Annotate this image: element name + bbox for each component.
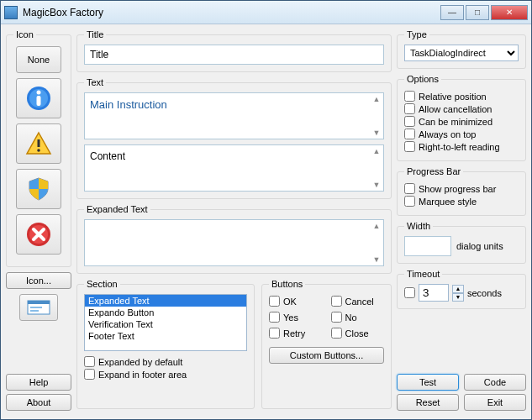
expanded-text-input[interactable]	[85, 220, 370, 265]
icon-none-button[interactable]: None	[16, 46, 61, 73]
width-input[interactable]	[404, 236, 451, 256]
spin-down-icon[interactable]: ▼	[452, 293, 464, 302]
cancel-checkbox[interactable]: Cancel	[331, 296, 385, 307]
icon-browse-button[interactable]: Icon...	[6, 272, 71, 289]
svg-point-2	[37, 91, 41, 95]
section-listbox[interactable]: Expanded Text Expando Button Verificatio…	[84, 294, 247, 351]
titlebar[interactable]: MagicBox Factory — □ ✕	[1, 1, 531, 24]
list-item[interactable]: Expando Button	[85, 307, 246, 318]
timeout-input[interactable]	[419, 284, 449, 302]
info-icon[interactable]	[16, 78, 61, 118]
text-legend: Text	[84, 77, 106, 87]
buttons-group: Buttons OK Cancel Yes No Retry Close Cus…	[261, 279, 392, 409]
progress-legend: Progress Bar	[404, 166, 463, 176]
expanded-legend: Expanded Text	[84, 204, 150, 214]
allow-cancel-checkbox[interactable]: Allow cancellation	[404, 103, 519, 114]
spin-up-icon[interactable]: ▲	[452, 285, 464, 293]
show-progress-checkbox[interactable]: Show progress bar	[404, 183, 519, 194]
marquee-checkbox[interactable]: Marquee style	[404, 196, 519, 207]
maximize-button[interactable]: □	[466, 5, 489, 20]
no-checkbox[interactable]: No	[331, 312, 385, 323]
svg-rect-4	[38, 139, 40, 147]
close-button[interactable]: ✕	[491, 5, 528, 20]
help-button[interactable]: Help	[6, 374, 71, 391]
window-title: MagicBox Factory	[23, 7, 440, 18]
scroll-down-icon[interactable]: ▼	[371, 181, 382, 189]
about-button[interactable]: About	[6, 394, 71, 411]
text-group: Text ▲▼ ▲▼	[76, 77, 392, 199]
test-button[interactable]: Test	[397, 374, 459, 391]
svg-rect-9	[28, 301, 50, 304]
timeout-enable-checkbox[interactable]	[404, 287, 415, 298]
expanded-text-group: Expanded Text ▲▼	[76, 204, 392, 274]
width-legend: Width	[404, 221, 433, 231]
list-item[interactable]: Footer Text	[85, 330, 246, 342]
error-icon[interactable]	[16, 214, 61, 255]
timeout-units: seconds	[467, 288, 502, 298]
always-top-checkbox[interactable]: Always on top	[404, 129, 519, 139]
width-units: dialog units	[456, 241, 503, 251]
icon-legend: Icon	[13, 29, 36, 39]
width-group: Width dialog units	[397, 221, 526, 264]
main-window: MagicBox Factory — □ ✕ Icon None	[0, 0, 532, 420]
options-legend: Options	[404, 74, 441, 84]
expanded-default-checkbox[interactable]: Expanded by default	[84, 356, 247, 367]
timeout-legend: Timeout	[404, 269, 442, 279]
icon-group: Icon None	[6, 29, 71, 267]
exit-button[interactable]: Exit	[464, 394, 526, 411]
scroll-up-icon[interactable]: ▲	[371, 147, 382, 155]
expand-footer-checkbox[interactable]: Expand in footer area	[84, 369, 247, 380]
list-item[interactable]: Verification Text	[85, 318, 246, 330]
main-instruction-input[interactable]	[85, 93, 370, 139]
scroll-up-icon[interactable]: ▲	[371, 95, 382, 103]
scroll-down-icon[interactable]: ▼	[371, 255, 382, 264]
svg-rect-11	[30, 310, 39, 312]
list-item[interactable]: Expanded Text	[85, 295, 246, 307]
title-group: Title	[76, 29, 392, 72]
svg-rect-10	[30, 307, 42, 308]
preview-icon[interactable]	[19, 294, 58, 321]
rtl-checkbox[interactable]: Right-to-left reading	[404, 141, 519, 152]
scroll-down-icon[interactable]: ▼	[371, 129, 382, 137]
reset-button[interactable]: Reset	[397, 394, 459, 411]
yes-checkbox[interactable]: Yes	[269, 312, 323, 323]
type-legend: Type	[404, 29, 429, 39]
buttons-legend: Buttons	[269, 279, 305, 289]
custom-buttons-button[interactable]: Custom Buttons...	[269, 347, 384, 364]
ok-checkbox[interactable]: OK	[269, 296, 323, 307]
section-legend: Section	[84, 279, 120, 289]
warning-icon[interactable]	[16, 123, 61, 164]
relative-checkbox[interactable]: Relative position	[404, 91, 519, 102]
minimized-checkbox[interactable]: Can be minimized	[404, 116, 519, 127]
content-input[interactable]	[85, 145, 370, 191]
close-checkbox[interactable]: Close	[331, 328, 385, 339]
title-legend: Title	[84, 29, 106, 39]
type-group: Type TaskDialogIndirect	[397, 29, 526, 69]
retry-checkbox[interactable]: Retry	[269, 328, 323, 339]
svg-point-5	[37, 149, 40, 152]
app-icon	[4, 6, 18, 19]
svg-rect-3	[37, 96, 41, 106]
minimize-button[interactable]: —	[440, 5, 464, 20]
scroll-up-icon[interactable]: ▲	[371, 222, 382, 230]
options-group: Options Relative position Allow cancella…	[397, 74, 526, 161]
title-input[interactable]	[84, 45, 384, 65]
code-button[interactable]: Code	[464, 374, 526, 391]
section-group: Section Expanded Text Expando Button Ver…	[76, 279, 255, 409]
shield-icon[interactable]	[16, 169, 61, 209]
type-select[interactable]: TaskDialogIndirect	[404, 45, 519, 61]
progress-group: Progress Bar Show progress bar Marquee s…	[397, 166, 526, 216]
timeout-group: Timeout ▲▼ seconds	[397, 269, 526, 309]
